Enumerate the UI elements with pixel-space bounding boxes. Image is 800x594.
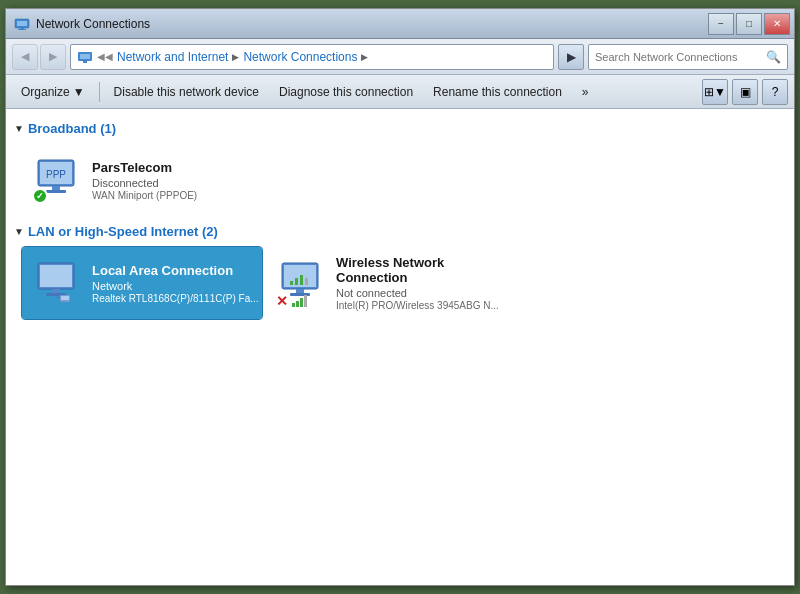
broadband-group-header: ▼ Broadband (1) xyxy=(6,117,794,140)
svg-rect-26 xyxy=(305,278,308,285)
back-button[interactable]: ◀ xyxy=(12,44,38,70)
signal-bar-1 xyxy=(292,303,295,307)
organize-button[interactable]: Organize ▼ xyxy=(12,79,94,105)
parstelecom-name: ParsTelecom xyxy=(92,160,254,175)
lan-items: Local Area Connection Network Realtek RT… xyxy=(6,243,794,323)
view-arrow-icon: ▼ xyxy=(714,85,726,99)
broadband-group-title: Broadband (1) xyxy=(28,121,116,136)
list-item[interactable]: Local Area Connection Network Realtek RT… xyxy=(22,247,262,319)
path-part-network[interactable]: Network and Internet xyxy=(117,50,228,64)
minimize-button[interactable]: − xyxy=(708,13,734,35)
path-arrow-2: ▶ xyxy=(361,52,368,62)
title-bar-left: Network Connections xyxy=(14,16,150,32)
disconnected-status-icon: ✕ xyxy=(274,293,290,309)
signal-bar-4 xyxy=(304,295,307,307)
rename-connection-button[interactable]: Rename this connection xyxy=(424,79,571,105)
broadband-items: PPP ✓ ParsTelecom Disconnected WAN Minip… xyxy=(6,140,794,220)
window-icon xyxy=(14,16,30,32)
organize-arrow-icon: ▼ xyxy=(73,85,85,99)
list-item[interactable]: ✕ Wireless Network Connection Not connec… xyxy=(266,247,506,319)
path-separator-1: ◀◀ xyxy=(97,51,113,62)
help-button[interactable]: ? xyxy=(762,79,788,105)
svg-rect-5 xyxy=(80,54,90,59)
lan-status: Network xyxy=(92,280,259,292)
parstelecom-info: ParsTelecom Disconnected WAN Miniport (P… xyxy=(92,160,254,201)
toolbar-right: ⊞ ▼ ▣ ? xyxy=(702,79,788,105)
title-bar: Network Connections − □ ✕ xyxy=(6,9,794,39)
more-options-button[interactable]: » xyxy=(573,79,598,105)
lan-collapse-arrow[interactable]: ▼ xyxy=(14,226,24,237)
search-box[interactable]: 🔍 xyxy=(588,44,788,70)
svg-rect-6 xyxy=(83,61,87,63)
main-window: Network Connections − □ ✕ ◀ ▶ ◀◀ Netwo xyxy=(5,8,795,586)
svg-rect-25 xyxy=(300,275,303,285)
svg-rect-1 xyxy=(17,21,27,26)
lan-group-title: LAN or High-Speed Internet (2) xyxy=(28,224,218,239)
wireless-icon: ✕ xyxy=(274,257,326,309)
address-bar: ◀ ▶ ◀◀ Network and Internet ▶ Network Co… xyxy=(6,39,794,75)
title-bar-buttons: − □ ✕ xyxy=(708,13,790,35)
svg-rect-13 xyxy=(40,265,72,287)
lan-icon xyxy=(30,257,82,309)
view-options-button[interactable]: ⊞ ▼ xyxy=(702,79,728,105)
svg-line-18 xyxy=(56,297,60,298)
nav-buttons: ◀ ▶ xyxy=(12,44,66,70)
address-path[interactable]: ◀◀ Network and Internet ▶ Network Connec… xyxy=(70,44,554,70)
path-icon xyxy=(77,49,93,65)
toolbar: Organize ▼ Disable this network device D… xyxy=(6,75,794,109)
parstelecom-status: Disconnected xyxy=(92,177,254,189)
svg-rect-24 xyxy=(295,278,298,285)
content-area: ▼ Broadband (1) PPP ✓ xyxy=(6,109,794,585)
layout-button[interactable]: ▣ xyxy=(732,79,758,105)
lan-info: Local Area Connection Network Realtek RT… xyxy=(92,263,259,304)
lan-group-header: ▼ LAN or High-Speed Internet (2) xyxy=(6,220,794,243)
toolbar-separator-1 xyxy=(99,82,100,102)
svg-rect-23 xyxy=(290,281,293,285)
path-arrow-1: ▶ xyxy=(232,52,239,62)
connected-status-icon: ✓ xyxy=(32,188,48,204)
wireless-info: Wireless Network Connection Not connecte… xyxy=(336,255,499,311)
broadband-collapse-arrow[interactable]: ▼ xyxy=(14,123,24,134)
forward-button[interactable]: ▶ xyxy=(40,44,66,70)
svg-text:PPP: PPP xyxy=(46,169,66,180)
wireless-adapter: Intel(R) PRO/Wireless 3945ABG N... xyxy=(336,300,499,311)
layout-icon: ▣ xyxy=(740,85,751,99)
restore-button[interactable]: □ xyxy=(736,13,762,35)
parstelecom-icon: PPP ✓ xyxy=(30,154,82,206)
lan-adapter: Realtek RTL8168C(P)/8111C(P) Fa... xyxy=(92,293,259,304)
search-icon[interactable]: 🔍 xyxy=(766,50,781,64)
svg-rect-3 xyxy=(18,29,26,30)
signal-bar-3 xyxy=(300,298,303,307)
lan-name: Local Area Connection xyxy=(92,263,259,278)
go-button[interactable]: ▶ xyxy=(558,44,584,70)
svg-rect-17 xyxy=(61,296,69,300)
lan-computer-svg xyxy=(30,257,82,309)
search-input[interactable] xyxy=(595,51,762,63)
view-icon: ⊞ xyxy=(704,85,714,99)
parstelecom-adapter: WAN Miniport (PPPOE) xyxy=(92,190,254,201)
wireless-status: Not connected xyxy=(336,287,499,299)
window-title: Network Connections xyxy=(36,17,150,31)
help-icon: ? xyxy=(772,85,779,99)
list-item[interactable]: PPP ✓ ParsTelecom Disconnected WAN Minip… xyxy=(22,144,262,216)
disable-device-button[interactable]: Disable this network device xyxy=(105,79,268,105)
svg-rect-10 xyxy=(46,190,66,193)
path-part-connections[interactable]: Network Connections xyxy=(243,50,357,64)
signal-bar-2 xyxy=(296,301,299,307)
close-button[interactable]: ✕ xyxy=(764,13,790,35)
wireless-name: Wireless Network Connection xyxy=(336,255,499,285)
diagnose-connection-button[interactable]: Diagnose this connection xyxy=(270,79,422,105)
